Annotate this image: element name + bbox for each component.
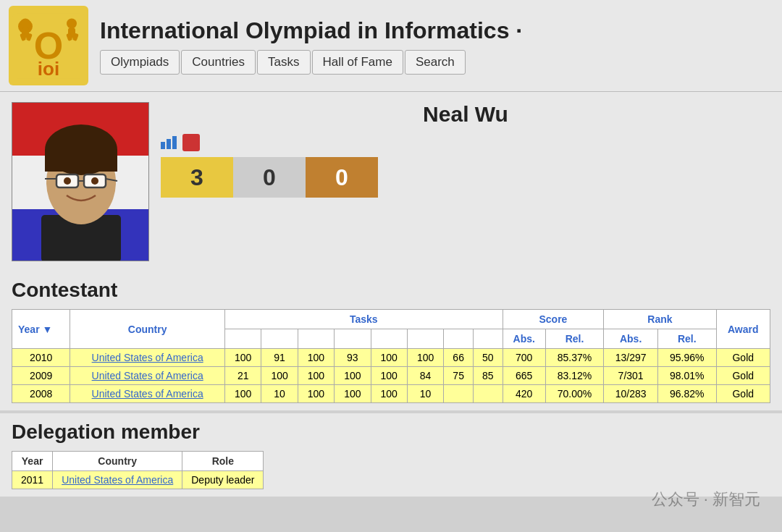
delegation-section: Delegation member Year Country Role 2011… [0, 413, 782, 497]
rank-abs: 13/297 [604, 349, 658, 367]
bronze-medal-count: 0 [306, 157, 378, 198]
table-row: 2008United States of America100101001001… [12, 385, 770, 403]
rank-rel: 95.96% [657, 349, 716, 367]
rank-rel: 98.01% [657, 367, 716, 385]
score-rel: 83.12% [545, 367, 604, 385]
task-cell-5: 100 [407, 349, 443, 367]
task-col-3 [298, 329, 334, 349]
task-col-5 [371, 329, 407, 349]
main-nav: Olympiads Countries Tasks Hall of Fame S… [100, 50, 522, 75]
country-link[interactable]: United States of America [92, 370, 203, 381]
score-rel: 70.00% [545, 385, 604, 403]
svg-rect-20 [45, 150, 117, 172]
nav-hall-of-fame[interactable]: Hall of Fame [312, 50, 403, 75]
country-link[interactable]: United States of America [92, 352, 203, 363]
rank-abs: 10/283 [604, 385, 658, 403]
rank-abs-header: Abs. [604, 329, 658, 349]
task-cell-6 [444, 385, 474, 403]
contestant-name: Neal Wu [161, 102, 770, 127]
award-header: Award [716, 310, 770, 349]
task-col-8 [473, 329, 503, 349]
del-country-header: Country [53, 452, 182, 471]
del-role: Deputy leader [182, 471, 264, 489]
year-cell: 2010 [12, 349, 70, 367]
score-abs: 420 [503, 385, 545, 403]
del-country-link[interactable]: United States of America [62, 474, 173, 486]
site-title: International Olympiad in Informatics · [100, 17, 522, 44]
task-cell-5: 10 [407, 385, 443, 403]
tasks-header: Tasks [224, 310, 503, 329]
task-cell-0: 100 [224, 349, 261, 367]
header: O ioi International Olympiad in Informat… [0, 0, 782, 92]
contestant-section: Contestant Year ▼ Country Tasks Score Ra… [0, 271, 782, 410]
task-col-6 [407, 329, 443, 349]
svg-point-7 [67, 18, 77, 28]
award-cell: Gold [716, 385, 770, 403]
rank-rel: 96.82% [657, 385, 716, 403]
task-cell-2: 100 [298, 385, 334, 403]
task-cell-7: 50 [473, 349, 503, 367]
task-cell-1: 100 [261, 367, 298, 385]
logo: O ioi [9, 6, 88, 85]
rank-abs: 7/301 [604, 367, 658, 385]
task-cell-3: 100 [335, 385, 371, 403]
contestant-section-title: Contestant [12, 279, 770, 302]
score-rel: 85.37% [545, 349, 604, 367]
task-cell-7 [473, 385, 503, 403]
nav-countries[interactable]: Countries [181, 50, 256, 75]
svg-point-28 [64, 177, 71, 185]
header-right: International Olympiad in Informatics · … [100, 17, 522, 75]
task-cell-6: 66 [444, 349, 474, 367]
medal-counts: 3 0 0 [161, 157, 770, 198]
score-abs: 700 [503, 349, 545, 367]
contestant-table: Year ▼ Country Tasks Score Rank Award Ab… [12, 309, 770, 403]
bar1 [161, 142, 165, 149]
task-cell-4: 100 [371, 367, 407, 385]
svg-point-2 [20, 18, 30, 28]
score-abs: 665 [503, 367, 545, 385]
task-cell-6: 75 [444, 367, 474, 385]
task-cell-1: 91 [261, 349, 298, 367]
task-cell-4: 100 [371, 385, 407, 403]
profile-photo [12, 102, 149, 261]
task-cell-1: 10 [261, 385, 298, 403]
task-cell-0: 21 [224, 367, 261, 385]
award-cell: Gold [716, 367, 770, 385]
task-col-4 [335, 329, 371, 349]
score-abs-header: Abs. [503, 329, 545, 349]
year-cell: 2009 [12, 367, 70, 385]
red-square-icon [182, 134, 200, 151]
year-header: Year ▼ [12, 310, 70, 349]
score-rel-header: Rel. [545, 329, 604, 349]
task-cell-4: 100 [371, 349, 407, 367]
score-group-header: Score [503, 310, 604, 329]
nav-olympiads[interactable]: Olympiads [100, 50, 180, 75]
table-row: 2009United States of America211001001001… [12, 367, 770, 385]
award-cell: Gold [716, 349, 770, 367]
profile-info: Neal Wu 3 0 0 [161, 102, 770, 198]
task-cell-7: 85 [473, 367, 503, 385]
bar3 [172, 136, 177, 149]
silver-medal-count: 0 [233, 157, 306, 198]
rank-rel-header: Rel. [657, 329, 716, 349]
profile-section: Neal Wu 3 0 0 [0, 92, 782, 271]
svg-text:ioi: ioi [38, 57, 59, 79]
logo-svg: O ioi [12, 12, 85, 80]
nav-tasks[interactable]: Tasks [257, 50, 310, 75]
svg-point-29 [91, 177, 98, 185]
year-cell: 2008 [12, 385, 70, 403]
task-cell-0: 100 [224, 385, 261, 403]
del-role-header: Role [182, 452, 264, 471]
country-link[interactable]: United States of America [92, 388, 203, 400]
bar2 [167, 139, 171, 149]
del-year-header: Year [12, 452, 53, 471]
nav-search[interactable]: Search [405, 50, 466, 75]
delegation-row: 2011United States of AmericaDeputy leade… [12, 471, 264, 489]
bar-chart-icon [161, 136, 177, 149]
task-cell-5: 84 [407, 367, 443, 385]
task-cell-2: 100 [298, 349, 334, 367]
delegation-table: Year Country Role 2011United States of A… [12, 451, 264, 489]
delegation-title: Delegation member [12, 421, 770, 444]
del-year: 2011 [12, 471, 53, 489]
table-row: 2010United States of America100911009310… [12, 349, 770, 367]
